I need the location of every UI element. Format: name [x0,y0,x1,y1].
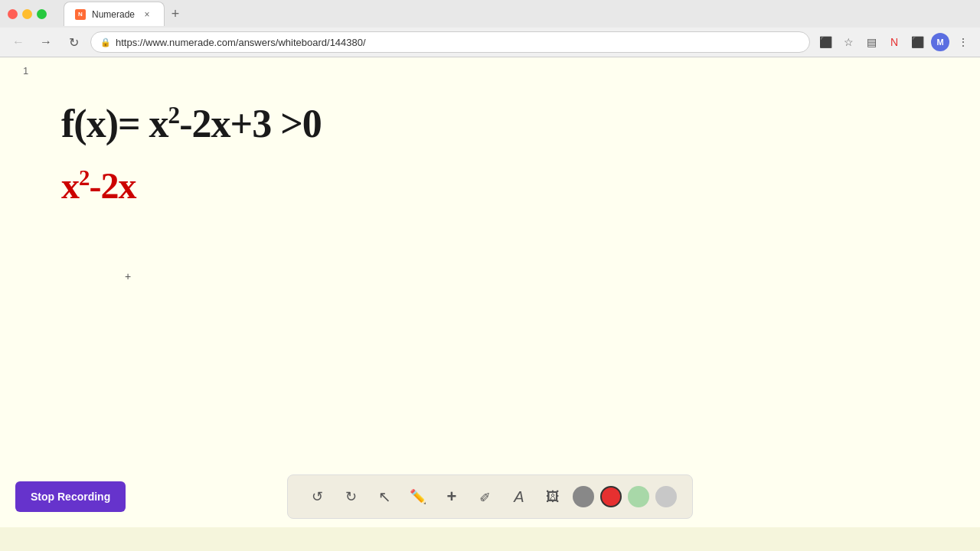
numerade-extension-icon[interactable]: N [885,33,903,51]
whiteboard-area: 1 f(x)= x2-2x+3 >0 x2-2x + Stop Recordin… [0,57,980,527]
forward-button[interactable]: → [35,31,57,53]
close-tab-button[interactable]: × [141,8,153,21]
redo-icon: ↻ [345,488,357,505]
back-button[interactable]: ← [8,31,29,53]
video-recording-icon[interactable]: ⬛ [816,33,835,51]
select-tool-button[interactable]: ↖ [371,483,398,510]
add-icon: + [447,487,457,507]
maximize-window-button[interactable] [37,9,47,19]
window-controls [8,9,47,19]
address-bar: ← → ↻ 🔒 https://www.numerade.com/answers… [0,28,980,57]
black-equation: f(x)= x2-2x+3 >0 [61,103,322,144]
close-window-button[interactable] [8,9,18,19]
extensions-icon[interactable]: ▤ [862,33,880,51]
refresh-button[interactable]: ↻ [63,31,84,53]
red-equation: x2-2x [61,167,322,204]
active-tab[interactable]: N Numerade × [64,2,165,26]
undo-button[interactable]: ↺ [303,483,331,510]
drawing-tools-panel: ↺ ↻ ↖ ✏️ + ✏ A [287,474,693,519]
text-tool-button[interactable]: A [505,483,533,510]
math-content-area: f(x)= x2-2x+3 >0 x2-2x [61,103,322,204]
text-icon: A [514,488,524,506]
cursor-icon: ↖ [378,487,391,506]
pen-tool-button[interactable]: ✏️ [404,483,432,510]
tab-title: Numerade [92,9,135,20]
new-tab-button[interactable]: + [165,3,186,24]
pen-icon: ✏️ [410,488,426,505]
more-options-icon[interactable]: ⋮ [954,33,972,51]
undo-icon: ↺ [312,488,323,505]
bookmark-icon[interactable]: ☆ [839,33,858,51]
browser-toolbar-icons: ⬛ ☆ ▤ N ⬛ M ⋮ [816,33,972,51]
color-light-green-button[interactable] [628,486,649,507]
add-tool-button[interactable]: + [438,483,466,510]
highlighter-icon: ✏ [475,487,495,507]
cursor-indicator: + [125,270,131,282]
url-text: https://www.numerade.com/answers/whitebo… [116,37,800,48]
minimize-window-button[interactable] [22,9,32,19]
color-gray-button[interactable] [573,486,594,507]
user-avatar[interactable]: M [931,33,949,51]
image-icon: 🖼 [546,489,560,505]
stop-recording-button[interactable]: Stop Recording [15,481,126,512]
image-tool-button[interactable]: 🖼 [539,483,567,510]
bottom-toolbar: Stop Recording ↺ ↻ ↖ ✏️ + [0,466,980,527]
url-input[interactable]: 🔒 https://www.numerade.com/answers/white… [90,31,810,53]
highlighter-tool-button[interactable]: ✏ [472,483,499,510]
extra-extension-icon[interactable]: ⬛ [908,33,926,51]
lock-icon: 🔒 [100,37,111,47]
redo-button[interactable]: ↻ [337,483,364,510]
color-light-gray-button[interactable] [655,486,677,507]
drawing-canvas[interactable]: f(x)= x2-2x+3 >0 x2-2x + [0,57,980,527]
tab-favicon-icon: N [75,9,86,20]
color-red-button[interactable] [600,486,622,507]
